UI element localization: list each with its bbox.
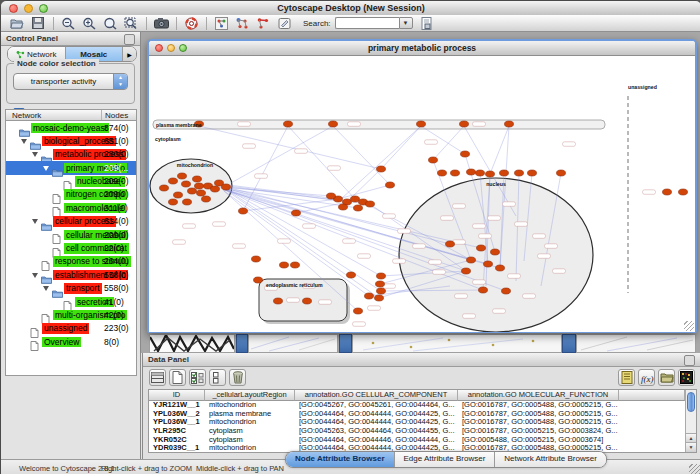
more-tabs-arrow-icon[interactable]: ▶ [123, 47, 136, 61]
network-node[interactable] [476, 170, 485, 176]
network-node[interactable] [197, 190, 206, 196]
network-canvas[interactable]: plasma membranecytoplasmmitochondrionnuc… [149, 56, 695, 332]
network-node[interactable] [211, 186, 220, 192]
resize-grip-icon[interactable] [684, 321, 694, 331]
network-node[interactable] [354, 205, 363, 211]
network-node[interactable] [500, 170, 509, 176]
tree-row-primary-metabo[interactable]: primary metabo209(... [6, 161, 136, 174]
window-edge-fragment[interactable] [562, 334, 576, 353]
network-node[interactable] [502, 288, 511, 294]
network-node[interactable] [663, 189, 672, 195]
select-first-neighbors-icon[interactable] [234, 16, 250, 31]
resize-grip-icon[interactable] [689, 464, 700, 474]
network-node[interactable] [505, 121, 514, 127]
network-node[interactable] [467, 257, 476, 263]
tree-row-overview[interactable]: Overview8(0) [6, 335, 136, 348]
network-node[interactable] [339, 204, 348, 210]
network-node[interactable] [178, 173, 187, 179]
network-node[interactable] [193, 176, 202, 182]
table-row-YKR052C[interactable]: YKR052Ccytoplasm[GO:0044464, GO:0044446,… [149, 436, 685, 445]
network-node[interactable] [679, 189, 688, 195]
float-panel-icon[interactable] [124, 34, 135, 45]
network-edge[interactable] [288, 126, 355, 199]
cell-cellular-component[interactable]: [GO:0044464, GO:0044446, GO:0044444, G..… [295, 436, 458, 445]
tree-row-nucleobase-[interactable]: nucleobase-209(0) [6, 175, 136, 188]
cell-id[interactable]: YJR121W__1 [149, 401, 205, 410]
tree-row-cellular-process[interactable]: cellular process614(0) [6, 215, 136, 228]
zoom-selected-region-icon[interactable] [102, 16, 118, 31]
new-attribute-icon[interactable] [169, 369, 186, 386]
network-node[interactable] [528, 170, 537, 176]
network-node[interactable] [160, 185, 169, 191]
tree-row-cellular-metabol[interactable]: cellular metabol209(0) [6, 228, 136, 241]
tree-row-secretion[interactable]: secretion41(0) [6, 295, 136, 308]
tab-edge-attribute-browser[interactable]: Edge Attribute Browser [395, 452, 496, 467]
tree-row-unassigned[interactable]: unassigned223(0) [6, 322, 136, 335]
network-node[interactable] [417, 121, 426, 127]
expand-triangle-icon[interactable] [32, 152, 38, 157]
cell-molecular-function[interactable]: [GO:0016787, GO:0005488, GO:0005215, G..… [458, 410, 619, 419]
tree-header-nodes[interactable]: Nodes [105, 111, 128, 120]
network-node[interactable] [174, 192, 183, 198]
cell-region[interactable]: plasma membrane [205, 410, 295, 419]
network-node[interactable] [280, 262, 289, 268]
save-session-icon[interactable] [30, 16, 46, 31]
network-window-titlebar[interactable]: primary metabolic process [149, 41, 695, 56]
network-node[interactable] [375, 295, 384, 301]
search-input[interactable] [335, 17, 399, 29]
network-node[interactable] [169, 178, 178, 184]
network-node[interactable] [291, 262, 300, 268]
network-node[interactable] [491, 249, 500, 255]
cell-molecular-function[interactable]: [GO:0016787, GO:0005488, GO:0005215, G..… [458, 418, 619, 427]
tree-row-response-to-stimulu[interactable]: response to stimulu264(0) [6, 255, 136, 268]
cell-region[interactable]: cytoplasm [205, 436, 295, 445]
search-dropdown-arrow-icon[interactable]: ▼ [399, 17, 413, 29]
network-node[interactable] [347, 272, 356, 278]
cell-molecular-function[interactable]: [GO:0016787, GO:0005488, GO:0005215, G..… [458, 401, 619, 410]
expand-triangle-icon[interactable] [21, 139, 27, 144]
window-fragment[interactable] [248, 334, 338, 353]
import-attributes-icon[interactable] [419, 16, 435, 31]
dropdown-stepper-icon[interactable]: ▲▼ [113, 74, 127, 89]
select-edges-icon[interactable] [255, 16, 271, 31]
tab-node-attribute-browser[interactable]: Node Attribute Browser [286, 452, 395, 467]
cell-molecular-function[interactable]: [GO:0005488, GO:0005215, GO:0003674] [458, 436, 619, 445]
network-node[interactable] [451, 170, 460, 176]
cell-id[interactable]: YPL036W__1 [149, 418, 205, 427]
unselect-attributes-icon[interactable] [209, 369, 226, 386]
float-panel-icon[interactable] [684, 355, 695, 366]
network-node[interactable] [366, 201, 375, 207]
window-edge-fragment[interactable] [339, 334, 352, 353]
network-node[interactable] [377, 166, 386, 172]
network-node[interactable] [169, 199, 178, 205]
zoom-fit-icon[interactable] [123, 16, 139, 31]
cell-region[interactable]: mitochondrion [205, 418, 295, 427]
matrix-icon[interactable] [678, 369, 695, 386]
delete-attribute-icon[interactable] [229, 369, 246, 386]
snapshot-camera-icon[interactable] [153, 16, 169, 31]
select-attributes-icon[interactable] [189, 369, 206, 386]
expand-triangle-icon[interactable] [43, 286, 49, 291]
open-file-icon[interactable] [9, 16, 25, 31]
network-node[interactable] [183, 199, 192, 205]
network-node[interactable] [284, 121, 293, 127]
cell-id[interactable]: YDR039C__1 [149, 444, 205, 453]
network-edge[interactable] [219, 187, 331, 196]
network-node[interactable] [484, 261, 493, 267]
network-edge[interactable] [231, 126, 333, 183]
network-node[interactable] [274, 298, 283, 304]
tree-row-establishment-of-lo[interactable]: establishment of lo558(0) [6, 268, 136, 281]
network-node[interactable] [461, 151, 470, 157]
table-row-YJR121W__1[interactable]: YJR121W__1mitochondrion[GO:0045267, GO:0… [149, 401, 685, 410]
network-node[interactable] [446, 241, 455, 247]
network-node[interactable] [351, 196, 360, 202]
network-node[interactable] [182, 181, 191, 187]
network-node[interactable] [202, 196, 211, 202]
network-node[interactable] [486, 171, 495, 177]
network-node[interactable] [354, 308, 363, 314]
zoom-in-icon[interactable] [81, 16, 97, 31]
cell-cellular-component[interactable]: [GO:0045263, GO:0044464, GO:0044455, G..… [295, 427, 458, 436]
network-node[interactable] [557, 170, 566, 176]
tree-row-nitrogen-compo[interactable]: nitrogen compo209(0) [6, 188, 136, 201]
cell-cellular-component[interactable]: [GO:0045267, GO:0045261, GO:0044464, G..… [295, 401, 458, 410]
